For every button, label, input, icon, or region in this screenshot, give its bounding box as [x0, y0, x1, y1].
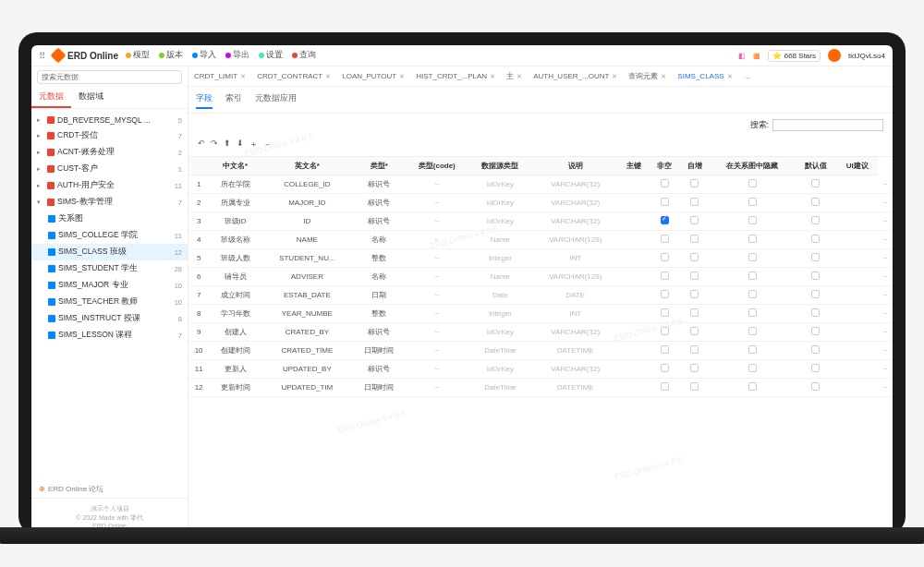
checkbox[interactable]: [748, 253, 757, 261]
checkbox[interactable]: [748, 327, 757, 335]
sub-tab[interactable]: 索引: [225, 90, 242, 109]
tab[interactable]: HIST_CRDT_...PLAN ✕: [410, 67, 501, 85]
checkbox[interactable]: [748, 216, 757, 224]
close-icon[interactable]: ✕: [399, 73, 405, 80]
checkbox[interactable]: [811, 271, 820, 280]
close-icon[interactable]: ✕: [240, 73, 246, 80]
checkbox[interactable]: [690, 290, 699, 298]
github-stars[interactable]: ⭐ 668 Stars: [768, 50, 820, 62]
checkbox[interactable]: [811, 364, 820, 372]
menu-item[interactable]: 版本: [159, 50, 183, 61]
checkbox[interactable]: [661, 345, 669, 354]
column-header[interactable]: 非空: [650, 157, 680, 175]
column-header[interactable]: 主键: [619, 157, 650, 175]
delete-icon[interactable]: －: [263, 139, 272, 151]
column-header[interactable]: [188, 157, 209, 175]
table-row[interactable]: 4班级名称NAME名称 ~NameVARCHAR(128) ~: [188, 231, 893, 249]
column-header[interactable]: 数据源类型: [468, 157, 532, 175]
checkbox[interactable]: [811, 345, 820, 354]
checkbox[interactable]: [811, 179, 820, 187]
checkbox[interactable]: [690, 271, 699, 280]
column-header[interactable]: 类型*: [353, 157, 406, 175]
checkbox[interactable]: [661, 198, 669, 206]
table-row[interactable]: 3班级IDID标识号 ~IdOrKeyVARCHAR(32) ~: [188, 212, 893, 231]
checkbox[interactable]: [661, 290, 669, 298]
tab[interactable]: 查询元素 ✕: [623, 66, 672, 86]
add-icon[interactable]: ＋: [249, 139, 258, 151]
checkbox[interactable]: [690, 345, 699, 354]
tree-leaf[interactable]: SIMS_TEACHER 教师10: [31, 294, 188, 310]
checkbox[interactable]: [661, 216, 669, 224]
checkbox[interactable]: [661, 271, 669, 280]
checkbox[interactable]: [661, 327, 669, 335]
tree-leaf[interactable]: SIMS_MAJOR 专业10: [31, 277, 188, 294]
menu-item[interactable]: 查询: [292, 50, 316, 61]
table-row[interactable]: 10创建时间CRATED_TIME日期时间 ~DateTimeDATETIME …: [188, 342, 893, 360]
checkbox[interactable]: [661, 253, 669, 261]
checkbox[interactable]: [811, 382, 820, 391]
checkbox[interactable]: [811, 253, 820, 261]
checkbox[interactable]: [748, 179, 757, 187]
tree-leaf[interactable]: SIMS_INSTRUCT 授课8: [31, 310, 188, 327]
tree-leaf[interactable]: SIMS_CLASS 班级12: [31, 244, 188, 260]
checkbox[interactable]: [690, 235, 699, 243]
checkbox[interactable]: [690, 198, 699, 206]
checkbox[interactable]: [811, 216, 820, 224]
checkbox[interactable]: [690, 253, 699, 261]
column-header[interactable]: 默认值: [796, 157, 837, 175]
close-icon[interactable]: ✕: [727, 73, 733, 80]
search-input[interactable]: [37, 70, 182, 84]
column-header[interactable]: 自增: [679, 157, 710, 175]
grid-icon-2[interactable]: ▦: [753, 52, 760, 60]
grid-icon[interactable]: ⠿: [39, 51, 45, 61]
move-up-icon[interactable]: ⬆: [224, 139, 231, 151]
close-icon[interactable]: ✕: [612, 73, 617, 80]
tab[interactable]: AUTH_USER_...OUNT ✕: [528, 67, 623, 85]
checkbox[interactable]: [690, 216, 699, 224]
table-row[interactable]: 11更新人UPDATED_BY标识号 ~IdOrKeyVARCHAR(32) ~: [188, 360, 893, 379]
tab[interactable]: CRDT_CONTRACT ✕: [251, 67, 336, 85]
table-search-input[interactable]: [772, 119, 883, 131]
column-header[interactable]: 在关系图中隐藏: [710, 157, 795, 175]
checkbox[interactable]: [748, 382, 757, 391]
checkbox[interactable]: [690, 327, 699, 335]
checkbox[interactable]: [748, 364, 757, 372]
move-down-icon[interactable]: ⬇: [237, 139, 244, 151]
checkbox[interactable]: [661, 382, 669, 391]
logo[interactable]: ERD Online: [53, 50, 118, 61]
checkbox[interactable]: [811, 308, 820, 317]
undo-icon[interactable]: ↶: [198, 139, 205, 151]
tree-leaf[interactable]: SIMS_STUDENT 学生28: [31, 260, 188, 277]
checkbox[interactable]: [811, 327, 820, 335]
tree-node[interactable]: ▸CRDT-授信7: [31, 127, 188, 144]
checkbox[interactable]: [690, 179, 699, 187]
checkbox[interactable]: [748, 345, 757, 354]
avatar[interactable]: [828, 49, 841, 62]
checkbox[interactable]: [811, 235, 820, 243]
tree-leaf[interactable]: SIMS_COLLEGE 学院11: [31, 227, 188, 244]
checkbox[interactable]: [690, 382, 699, 391]
palette-icon[interactable]: ◧: [738, 52, 746, 60]
forum-link[interactable]: ⊕ERD Online 论坛: [31, 480, 188, 498]
table-row[interactable]: 12更新时间UPDATED_TIM日期时间 ~DateTimeDATETIME …: [188, 379, 893, 397]
table-row[interactable]: 7成立时间ESTAB_DATE日期 ~DateDATE ~: [188, 286, 893, 305]
tab[interactable]: 主 ✕: [501, 66, 528, 86]
tree-node[interactable]: ▾SIMS-教学管理7: [31, 194, 188, 211]
sidebar-tab[interactable]: 元数据: [31, 88, 71, 108]
table-row[interactable]: 9创建人CRATED_BY标识号 ~IdOrKeyVARCHAR(32) ~: [188, 323, 893, 342]
tree-node[interactable]: ▸AUTH-用户安全11: [31, 177, 188, 194]
checkbox[interactable]: [748, 308, 757, 317]
sub-tab[interactable]: 元数据应用: [255, 90, 297, 109]
sidebar-tab[interactable]: 数据域: [71, 88, 111, 108]
redo-icon[interactable]: ↷: [211, 139, 218, 151]
table-row[interactable]: 2所属专业MAJOR_ID标识号 ~IdOrKeyVARCHAR(32) ~: [188, 194, 893, 212]
checkbox[interactable]: [661, 179, 669, 187]
table-row[interactable]: 8学习年数YEAR_NUMBE整数 ~IntegerINT ~: [188, 305, 893, 323]
more-tabs[interactable]: …: [738, 67, 757, 85]
tab[interactable]: SIMS_CLASS ✕: [672, 67, 737, 85]
table-row[interactable]: 5班级人数STUDENT_NU...整数 ~IntegerINT ~: [188, 249, 893, 268]
column-header[interactable]: 中文名*: [209, 157, 261, 175]
username[interactable]: tidJQvLso4: [848, 52, 885, 60]
tree-leaf[interactable]: 关系图: [31, 211, 188, 227]
tab[interactable]: LOAN_PUTOUT ✕: [336, 67, 410, 85]
